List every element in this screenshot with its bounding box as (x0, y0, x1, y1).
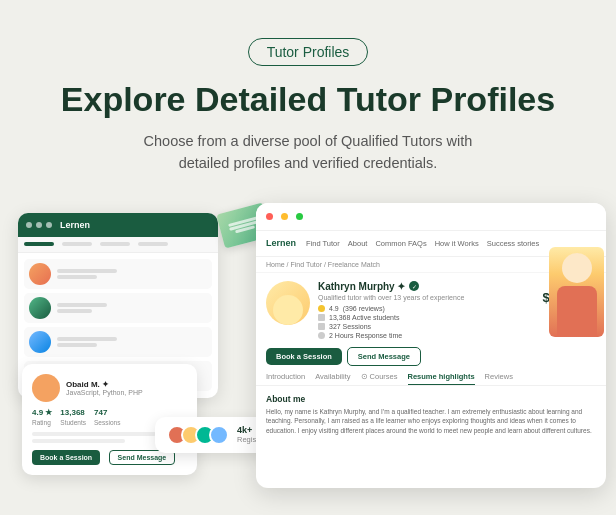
card-nav (18, 237, 218, 253)
hero-title: Explore Detailed Tutor Profiles (41, 80, 575, 119)
avatar (29, 263, 51, 285)
tutor-head-img (562, 253, 592, 283)
hero-subtitle: Choose from a diverse pool of Qualified … (118, 131, 498, 175)
profile-meta: 4.9 (396 reviews) 13,368 Active students… (318, 305, 534, 339)
sessions-count: 327 Sessions (329, 323, 371, 330)
stat-item: 747 Sessions (94, 408, 120, 426)
about-title: About me (266, 394, 596, 404)
stat-number: 13,368 (60, 408, 86, 417)
stat-number: 747 (94, 408, 120, 417)
tab-introduction[interactable]: Introduction (266, 372, 305, 385)
card-user: Obaid M. ✦ JavaScript, Python, PHP (32, 374, 187, 402)
nav-success[interactable]: Success stories (487, 239, 540, 248)
students-count: 13,368 Active students (329, 314, 399, 321)
text-line (32, 439, 125, 443)
response-time: 2 Hours Response time (329, 332, 402, 339)
dot (46, 222, 52, 228)
calendar-icon (318, 323, 325, 330)
book-session-btn[interactable]: Book a Session (32, 450, 100, 465)
clock-icon (318, 332, 325, 339)
tutor-head (273, 295, 303, 325)
screenshots-area: Lernen (0, 203, 616, 493)
sessions-row: 327 Sessions (318, 323, 534, 330)
send-message-button[interactable]: Send Message (347, 347, 421, 366)
row-text (57, 269, 117, 279)
rating-row: 4.9 (396 reviews) (318, 305, 534, 312)
response-row: 2 Hours Response time (318, 332, 534, 339)
card-logo: Lernen (60, 220, 90, 230)
name-line (57, 269, 117, 273)
window-dot-red (266, 213, 273, 220)
tutor-row (24, 259, 212, 289)
stat-item: 13,368 Students (60, 408, 86, 426)
nav-faqs[interactable]: Common FAQs (375, 239, 426, 248)
tab-reviews[interactable]: Reviews (485, 372, 513, 385)
window-dot-green (296, 213, 303, 220)
profile-main-card: Lernen Find Tutor About Common FAQs How … (256, 203, 606, 488)
stat-label: Sessions (94, 419, 120, 426)
detail-line (57, 275, 97, 279)
stat-label: Rating (32, 419, 52, 426)
name-line (57, 337, 117, 341)
detail-line (57, 309, 92, 313)
rating-value: 4.9 (329, 305, 339, 312)
tutor-photo (549, 247, 604, 337)
tab-availability[interactable]: Availability (315, 372, 350, 385)
text-line (32, 432, 156, 436)
profile-avatar (266, 281, 310, 325)
badge-wrapper: Tutor Profiles (248, 38, 369, 66)
window-header (256, 203, 606, 231)
avatar-stack (167, 425, 229, 445)
star-icon (318, 305, 325, 312)
card-header: Lernen (18, 213, 218, 237)
tutor-row (24, 327, 212, 357)
nav-find-tutor[interactable]: Find Tutor (306, 239, 340, 248)
name-line (57, 303, 107, 307)
tab-courses[interactable]: ⊙ Courses (361, 372, 398, 385)
nav-item (62, 242, 92, 246)
nav-item (100, 242, 130, 246)
section-badge: Tutor Profiles (248, 38, 369, 66)
user-subtitle: JavaScript, Python, PHP (66, 389, 143, 396)
stat-number: 4.9 ★ (32, 408, 52, 417)
profile-tabs: Introduction Availability ⊙ Courses Resu… (256, 372, 606, 386)
row-text (57, 337, 117, 347)
user-name: Obaid M. ✦ (66, 380, 143, 389)
verified-icon: ✓ (409, 281, 419, 291)
about-section: About me Hello, my name is Kathryn Murph… (256, 390, 606, 440)
user-avatar (32, 374, 60, 402)
stat-label: Students (60, 419, 86, 426)
nav-item (24, 242, 54, 246)
book-session-button[interactable]: Book a Session (266, 348, 342, 365)
profile-actions: Book a Session Send Message (256, 347, 606, 372)
profile-name-row: Kathryn Murphy ✦ ✓ (318, 281, 534, 292)
avatar-stack-item (209, 425, 229, 445)
students-row: 13,368 Active students (318, 314, 534, 321)
tutor-body-img (557, 286, 597, 336)
navbar-items: Find Tutor About Common FAQs How it Work… (306, 239, 539, 248)
dot (26, 222, 32, 228)
avatar (29, 331, 51, 353)
profile-title: Qualified tutor with over 13 years of ex… (318, 294, 534, 301)
window-dot-yellow (281, 213, 288, 220)
nav-item (138, 242, 168, 246)
about-text: Hello, my name is Kathryn Murphy, and I'… (266, 407, 596, 436)
detail-line (57, 343, 97, 347)
avatar (29, 297, 51, 319)
stat-item: 4.9 ★ Rating (32, 408, 52, 426)
review-count: (396 reviews) (343, 305, 385, 312)
user-info: Obaid M. ✦ JavaScript, Python, PHP (66, 380, 143, 396)
profile-name: Kathryn Murphy ✦ (318, 281, 405, 292)
profile-info: Kathryn Murphy ✦ ✓ Qualified tutor with … (318, 281, 534, 339)
tab-resume[interactable]: Resume highlights (408, 372, 475, 385)
row-text (57, 303, 107, 313)
nav-how[interactable]: How it Works (435, 239, 479, 248)
navbar-logo: Lernen (266, 238, 296, 248)
dot (36, 222, 42, 228)
nav-about[interactable]: About (348, 239, 368, 248)
tutor-row (24, 293, 212, 323)
users-icon (318, 314, 325, 321)
